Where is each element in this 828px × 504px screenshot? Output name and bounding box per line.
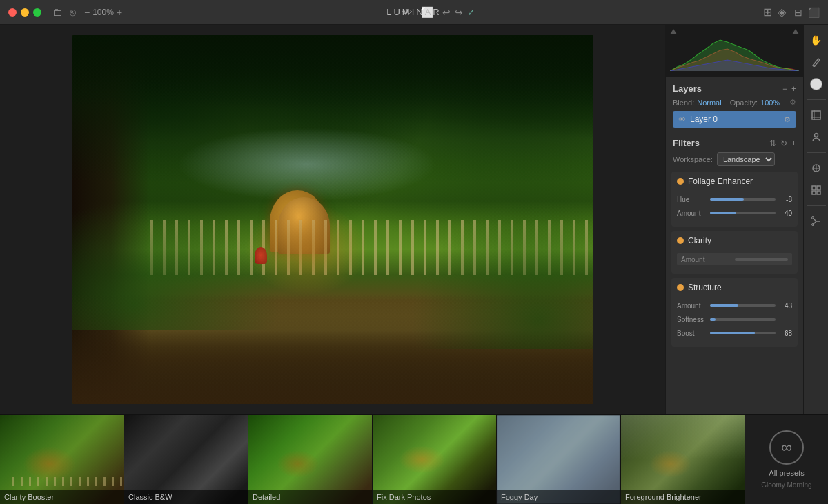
svg-rect-10 [812, 186, 816, 190]
foliage-amount-row: Amount 40 [677, 208, 792, 219]
white-balance-button[interactable] [807, 74, 826, 94]
histogram-triangles [670, 29, 799, 34]
redo-button[interactable]: ↪ [455, 7, 463, 18]
foliage-hue-value: -8 [778, 196, 792, 203]
titlebar-right-icons: ⊞ ◈ [763, 6, 786, 19]
foliage-hue-row: Hue -8 [677, 194, 792, 205]
structure-amount-label: Amount [677, 302, 710, 310]
layers-icon[interactable]: ⊞ [763, 6, 772, 19]
filter-section-structure: Structure Amount 43 [671, 278, 798, 347]
right-panel: Layers − + Blend: Normal Opacity: 100% ⚙… [665, 25, 803, 414]
app-title: LUMINAR [386, 7, 442, 17]
hist-triangle-right [792, 29, 799, 34]
opacity-value[interactable]: 100% [760, 99, 780, 107]
clone-tool-button[interactable] [807, 159, 826, 178]
preset-item-2[interactable]: Detailed [248, 415, 373, 504]
layers-add-button[interactable]: + [791, 84, 796, 94]
all-presets-sublabel: Gloomy Morning [761, 481, 811, 489]
foliage-amount-slider[interactable] [710, 208, 776, 219]
structure-amount-slider[interactable] [710, 300, 776, 311]
main-content: Layers − + Blend: Normal Opacity: 100% ⚙… [0, 25, 828, 414]
preset-label-4: Foggy Day [497, 490, 620, 504]
filter-foliage-header[interactable]: Foliage Enhancer [671, 172, 798, 191]
layers-title: Layers [673, 83, 702, 94]
all-presets-button[interactable]: ∞ All presets Gloomy Morning [745, 415, 828, 504]
clarity-amount-label: Amount [681, 256, 735, 263]
structure-amount-value: 43 [778, 302, 792, 310]
folder-icon[interactable]: 🗀 [52, 6, 63, 18]
svg-rect-12 [812, 191, 816, 194]
filters-header: Filters ⇅ ↻ + [666, 138, 803, 152]
crop-tool-button[interactable] [807, 105, 826, 125]
person-tool-button[interactable] [807, 128, 826, 147]
structure-boost-value: 68 [778, 330, 792, 337]
layer-name: Layer 0 [690, 114, 780, 124]
layout-full-icon[interactable]: ⬛ [808, 7, 820, 18]
all-presets-label: All presets [769, 469, 804, 477]
filters-panel[interactable]: Filters ⇅ ↻ + Workspace: Landscape [666, 132, 803, 414]
hand-tool-button[interactable]: ✋ [807, 30, 826, 50]
preset-item-1[interactable]: Classic B&W [124, 415, 248, 504]
zoom-control: − 100% + [84, 8, 122, 17]
clarity-amount-row[interactable]: Amount [677, 253, 792, 265]
opacity-label: Opacity: [730, 99, 758, 107]
done-button[interactable]: ✓ [467, 7, 475, 18]
canvas-area[interactable] [0, 25, 665, 414]
blend-label: Blend: [673, 99, 694, 107]
hist-triangle-left [670, 29, 677, 34]
zoom-minus-button[interactable]: − [84, 8, 90, 17]
filters-title: Filters [673, 138, 700, 148]
export-icon[interactable]: ⎋ [70, 6, 76, 18]
structure-amount-row: Amount 43 [677, 300, 792, 311]
scissors-tool-button[interactable] [807, 212, 826, 231]
filter-clarity-dot [677, 237, 684, 244]
structure-boost-label: Boost [677, 330, 710, 337]
toolbar-sep-3 [807, 205, 826, 206]
layers-gear-icon[interactable]: ⚙ [789, 98, 796, 107]
foliage-hue-label: Hue [677, 196, 710, 203]
preset-label-5: Foreground Brightener [621, 490, 745, 504]
structure-boost-slider[interactable] [710, 327, 776, 339]
foliage-amount-value: 40 [778, 210, 792, 217]
filters-add-icon[interactable]: + [791, 139, 796, 148]
blend-value[interactable]: Normal [697, 99, 721, 107]
layer-settings-icon[interactable]: ⚙ [784, 115, 791, 124]
filter-section-foliage: Foliage Enhancer Hue -8 [671, 172, 798, 227]
filter-foliage-body: Hue -8 Amount [671, 191, 798, 227]
preset-label-0: Clarity Booster [0, 490, 124, 504]
filters-sort-icon[interactable]: ⇅ [769, 139, 776, 148]
minimize-button[interactable] [21, 8, 29, 17]
layout-split-icon[interactable]: ⊟ [794, 7, 802, 18]
structure-softness-slider[interactable] [710, 314, 776, 325]
layers-blend-row: Blend: Normal Opacity: 100% ⚙ [673, 98, 796, 107]
preset-item-4[interactable]: Foggy Day [497, 415, 621, 504]
undo-button[interactable]: ↩ [442, 7, 451, 18]
foliage-hue-slider[interactable] [710, 194, 776, 205]
svg-point-6 [814, 134, 818, 137]
maximize-button[interactable] [33, 8, 41, 17]
toolbar-sep-1 [807, 99, 826, 100]
filters-icon[interactable]: ◈ [778, 6, 786, 19]
preset-item-3[interactable]: Fix Dark Photos [373, 415, 497, 504]
main-image [72, 35, 593, 404]
close-button[interactable] [8, 8, 17, 17]
titlebar-file-actions: 🗀 ⎋ [52, 6, 76, 18]
filters-refresh-icon[interactable]: ↻ [780, 139, 787, 148]
filter-structure-body: Amount 43 Softness [671, 297, 798, 347]
layer-row-0[interactable]: 👁 Layer 0 ⚙ [673, 111, 796, 128]
layer-visibility-icon[interactable]: 👁 [678, 115, 686, 123]
histogram-canvas [670, 37, 799, 71]
grid-tool-button[interactable] [807, 181, 826, 200]
workspace-select[interactable]: Landscape [717, 152, 775, 166]
filter-structure-header[interactable]: Structure [671, 278, 798, 297]
filter-foliage-dot [677, 178, 684, 185]
titlebar: 🗀 ⎋ − 100% + LUMINAR 👁 ⬜ ↩ ↪ ✓ ⊞ ◈ ⊟ ⬛ [0, 0, 828, 25]
filter-clarity-body: Amount [671, 250, 798, 274]
svg-rect-11 [817, 186, 820, 190]
preset-item-5[interactable]: Foreground Brightener [621, 415, 745, 504]
preset-item-0[interactable]: Clarity Booster [0, 415, 124, 504]
filter-clarity-header[interactable]: Clarity [671, 231, 798, 250]
layers-collapse-button[interactable]: − [782, 84, 787, 94]
zoom-plus-button[interactable]: + [117, 8, 122, 17]
brush-tool-button[interactable] [807, 52, 826, 72]
